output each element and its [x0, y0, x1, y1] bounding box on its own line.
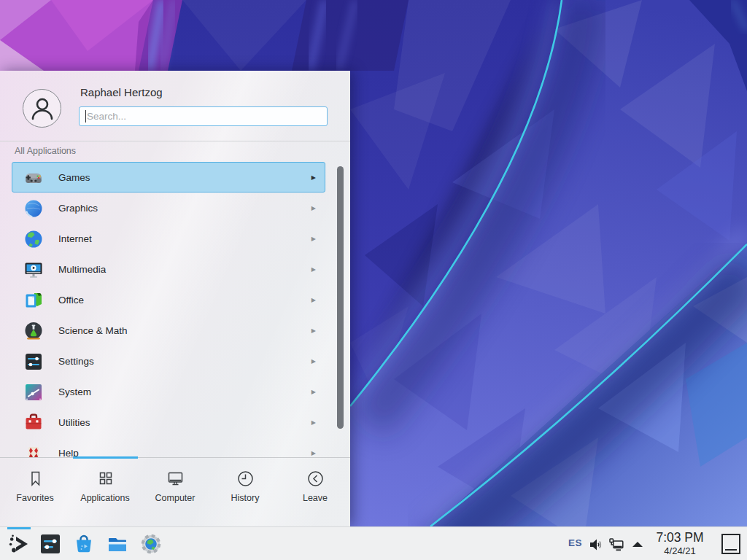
- office-document-icon: [22, 289, 45, 312]
- category-multimedia[interactable]: Multimedia: [12, 254, 325, 284]
- category-help[interactable]: Help: [12, 438, 325, 457]
- flask-icon: [22, 319, 45, 343]
- system-settings-button[interactable]: [39, 532, 62, 556]
- leave-circle-icon: [306, 467, 325, 489]
- sliders-icon: [22, 350, 45, 373]
- globe-gear-icon: [139, 532, 163, 556]
- show-desktop-button[interactable]: [721, 533, 741, 555]
- submenu-arrow-icon: [311, 419, 316, 426]
- help-icon: [22, 442, 45, 457]
- category-settings[interactable]: Settings: [12, 346, 325, 376]
- submenu-arrow-icon: [311, 174, 316, 181]
- tab-applications[interactable]: Applications: [70, 460, 140, 524]
- category-system[interactable]: System: [12, 376, 325, 407]
- tab-label: Leave: [303, 493, 328, 503]
- tab-label: History: [231, 493, 260, 503]
- category-label: Internet: [58, 233, 92, 244]
- submenu-arrow-icon: [311, 327, 316, 334]
- category-science-math[interactable]: Science & Math: [12, 315, 325, 346]
- category-label: Help: [58, 448, 79, 458]
- digital-clock[interactable]: 7:03 PM 4/24/21: [648, 530, 712, 557]
- system-sliders-icon: [22, 381, 45, 404]
- submenu-arrow-icon: [311, 205, 316, 211]
- category-label: Multimedia: [58, 264, 106, 275]
- search-input[interactable]: [79, 106, 328, 126]
- category-office[interactable]: Office: [12, 284, 325, 315]
- user-name: Raphael Hertzog: [80, 86, 163, 98]
- tab-history[interactable]: History: [210, 460, 280, 524]
- keyboard-layout-indicator[interactable]: ES: [568, 537, 582, 548]
- category-label: Games: [58, 172, 90, 183]
- toolbox-icon: [22, 411, 45, 435]
- submenu-arrow-icon: [311, 236, 316, 242]
- clock-time: 7:03 PM: [648, 530, 712, 545]
- submenu-arrow-icon: [311, 389, 316, 395]
- shopping-bag-icon: [72, 532, 96, 556]
- category-label: Utilities: [58, 417, 90, 428]
- category-label: Science & Math: [58, 325, 128, 336]
- gamepad-icon: [22, 166, 45, 190]
- launcher-footer-tabs: Favorites Applications: [0, 460, 350, 524]
- desktop: Raphael Hertzog All Applications: [0, 0, 747, 560]
- user-avatar[interactable]: [23, 89, 61, 128]
- grid-icon: [96, 467, 115, 489]
- category-label: Graphics: [58, 203, 98, 214]
- submenu-arrow-icon: [311, 297, 316, 303]
- discover-button[interactable]: [72, 532, 96, 556]
- user-icon: [26, 93, 58, 125]
- kde-kickoff-icon: [7, 532, 31, 556]
- volume-icon[interactable]: [588, 537, 604, 553]
- category-label: Settings: [58, 356, 94, 367]
- tab-label: Applications: [80, 493, 129, 503]
- submenu-arrow-icon: [311, 358, 316, 365]
- tab-leave[interactable]: Leave: [280, 460, 350, 524]
- tab-label: Favorites: [16, 493, 53, 503]
- network-icon[interactable]: [608, 537, 624, 553]
- category-internet[interactable]: Internet: [12, 223, 325, 254]
- submenu-arrow-icon: [311, 450, 316, 456]
- globe-icon: [22, 228, 45, 251]
- graphics-sphere-icon: [22, 197, 45, 220]
- launcher-active-indicator: [7, 527, 31, 529]
- clock-icon: [236, 467, 255, 489]
- file-manager-button[interactable]: [106, 532, 129, 556]
- footer-divider: [0, 457, 350, 458]
- monitor-icon: [166, 467, 185, 489]
- taskbar-panel: ES 7:03 PM 4/24/21: [0, 526, 747, 560]
- category-games[interactable]: Games: [12, 162, 325, 192]
- web-browser-button[interactable]: [139, 532, 163, 556]
- category-utilities[interactable]: Utilities: [12, 407, 325, 438]
- category-label: System: [58, 386, 91, 397]
- bookmark-icon: [26, 467, 45, 489]
- tab-label: Computer: [155, 493, 196, 503]
- active-tab-indicator: [73, 456, 138, 459]
- category-list: Games Graphics: [0, 162, 350, 457]
- application-launcher-button[interactable]: [7, 532, 31, 556]
- tab-favorites[interactable]: Favorites: [0, 460, 70, 524]
- list-scrollbar[interactable]: [337, 166, 344, 429]
- category-graphics[interactable]: Graphics: [12, 192, 325, 223]
- text-caret: [85, 110, 86, 122]
- clock-date: 4/24/21: [648, 545, 712, 557]
- header-divider: [0, 141, 350, 141]
- tab-computer[interactable]: Computer: [140, 460, 210, 524]
- media-screen-icon: [22, 258, 45, 281]
- folder-icon: [106, 532, 129, 556]
- expand-tray-arrow-icon[interactable]: [632, 542, 643, 547]
- submenu-arrow-icon: [311, 266, 316, 273]
- category-label: Office: [58, 295, 84, 306]
- application-launcher-menu: Raphael Hertzog All Applications: [0, 71, 350, 526]
- section-label: All Applications: [15, 146, 76, 156]
- settings-sliders-icon: [39, 532, 62, 556]
